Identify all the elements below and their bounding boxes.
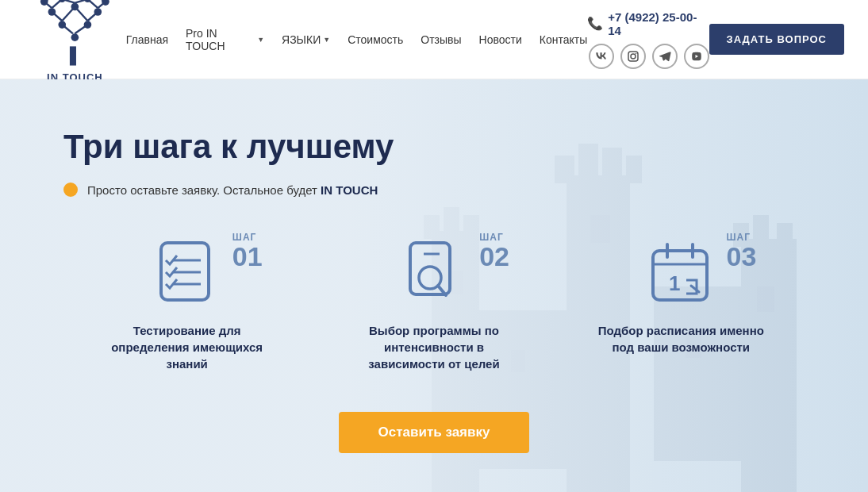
- step-1-icon-area: шаг 01: [152, 236, 223, 308]
- ask-button[interactable]: ЗАДАТЬ ВОПРОС: [709, 24, 844, 55]
- phone-icon: 📞: [587, 16, 603, 31]
- nav-item-home[interactable]: Главная: [126, 33, 168, 46]
- search-tablet-icon: [398, 236, 470, 308]
- hero-subtitle-row: Просто оставьте заявку. Остальное будет …: [63, 183, 805, 197]
- logo-icon: [24, 0, 126, 71]
- svg-text:1: 1: [669, 271, 680, 295]
- step-3-icon-area: 1 шаг 03: [645, 236, 716, 308]
- youtube-icon[interactable]: [684, 44, 709, 69]
- step-2: шаг 02 Выбор программы по интенсивности …: [315, 236, 553, 372]
- nav-item-reviews[interactable]: Отзывы: [421, 33, 461, 46]
- orange-dot-icon: [63, 183, 78, 197]
- cta-button[interactable]: Оставить заявку: [339, 412, 530, 453]
- hero-section: Три шага к лучшему Просто оставьте заявк…: [0, 79, 868, 492]
- checklist-icon: [152, 236, 223, 308]
- nav-item-news[interactable]: Новости: [479, 33, 522, 46]
- svg-point-34: [635, 52, 636, 54]
- svg-rect-59: [410, 243, 450, 294]
- svg-line-21: [52, 0, 62, 8]
- phone-row: 📞 +7 (4922) 25-00-14: [587, 10, 709, 37]
- step-3: 1 шаг 03 Подбор расписания именно под ва…: [562, 236, 800, 372]
- hero-title: Три шага к лучшему: [63, 127, 805, 167]
- logo[interactable]: IN TOUCH образовательный центр: [24, 0, 126, 90]
- chevron-down-icon: ▼: [323, 36, 330, 44]
- social-icons: [589, 44, 709, 69]
- svg-rect-0: [70, 46, 76, 65]
- svg-line-24: [87, 0, 98, 8]
- step-1-desc: Тестирование для определения имеющихся з…: [100, 322, 275, 372]
- svg-line-14: [62, 25, 73, 33]
- hero-content: Три шага к лучшему Просто оставьте заявк…: [0, 79, 868, 492]
- step-1-label: шаг 01: [232, 232, 263, 270]
- svg-line-31: [95, 0, 106, 2]
- step-2-desc: Выбор программы по интенсивности в завис…: [347, 322, 521, 372]
- telegram-icon[interactable]: [652, 44, 678, 69]
- vk-icon[interactable]: [589, 44, 614, 69]
- svg-point-1: [71, 33, 79, 41]
- header: IN TOUCH образовательный центр Главная P…: [0, 0, 868, 79]
- svg-line-15: [75, 25, 87, 33]
- svg-line-26: [44, 0, 55, 2]
- svg-line-16: [52, 11, 62, 20]
- step-2-icon-area: шаг 02: [398, 236, 470, 308]
- nav-item-languages[interactable]: ЯЗЫКИ ▼: [282, 33, 330, 46]
- svg-line-19: [87, 11, 98, 20]
- steps-row: шаг 01 Тестирование для определения имею…: [63, 236, 805, 372]
- svg-point-33: [631, 54, 636, 59]
- svg-rect-32: [628, 52, 638, 61]
- phone-number[interactable]: +7 (4922) 25-00-14: [608, 10, 709, 37]
- nav-item-pro[interactable]: Pro IN TOUCH ▼: [186, 27, 264, 52]
- step-3-label: шаг 03: [726, 232, 756, 270]
- svg-line-17: [62, 6, 75, 21]
- main-nav: Главная Pro IN TOUCH ▼ ЯЗЫКИ ▼ Стоимость…: [126, 27, 588, 52]
- calendar-icon: 1: [645, 236, 716, 308]
- cta-row: Оставить заявку: [63, 412, 805, 453]
- chevron-down-icon: ▼: [257, 36, 264, 44]
- instagram-icon[interactable]: [620, 44, 646, 69]
- nav-item-price[interactable]: Стоимость: [348, 33, 403, 46]
- step-2-label: шаг 02: [479, 232, 509, 270]
- step-1: шаг 01 Тестирование для определения имею…: [68, 236, 306, 372]
- header-right: 📞 +7 (4922) 25-00-14: [587, 10, 709, 69]
- nav-item-contacts[interactable]: Контакты: [540, 33, 587, 46]
- step-3-desc: Подбор расписания именно под ваши возмож…: [593, 322, 768, 356]
- hero-subtitle: Просто оставьте заявку. Остальное будет …: [87, 183, 378, 197]
- svg-line-18: [75, 6, 87, 21]
